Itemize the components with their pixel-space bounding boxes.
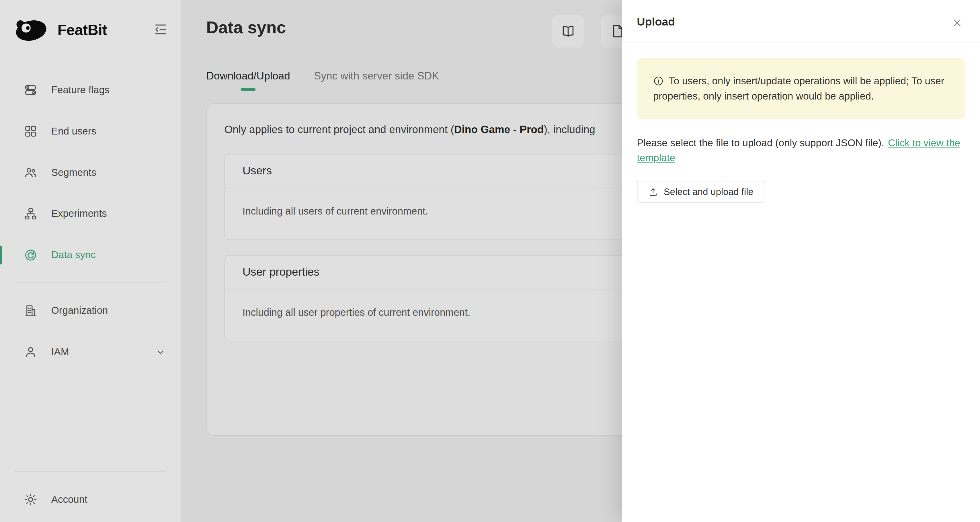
upload-icon — [648, 187, 658, 197]
upload-drawer: Upload To users, only insert/update oper… — [622, 0, 980, 522]
app-window: FeatBit Feature flags End users — [0, 0, 980, 522]
drawer-header: Upload — [622, 0, 980, 43]
drawer-title: Upload — [637, 16, 675, 28]
info-alert: To users, only insert/update operations … — [637, 58, 965, 119]
alert-text: To users, only insert/update operations … — [653, 76, 944, 101]
upload-instruction: Please select the file to upload (only s… — [637, 136, 965, 166]
close-icon[interactable] — [949, 15, 965, 32]
info-icon — [653, 76, 664, 86]
drawer-body: To users, only insert/update operations … — [622, 43, 980, 217]
upload-button-label: Select and upload file — [664, 186, 754, 197]
upload-button[interactable]: Select and upload file — [637, 181, 765, 202]
instruction-text: Please select the file to upload (only s… — [637, 138, 884, 148]
